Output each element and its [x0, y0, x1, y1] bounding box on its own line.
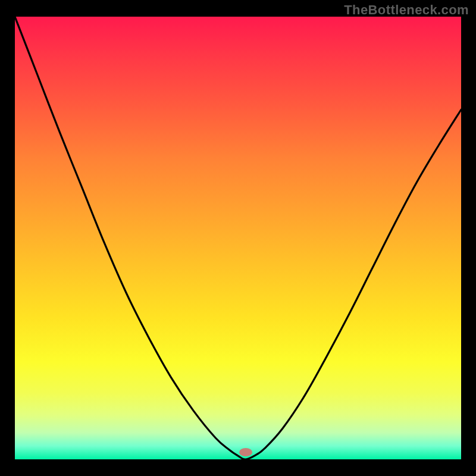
plot-area: [15, 17, 461, 459]
optimal-point-marker: [239, 448, 252, 456]
chart-frame: TheBottleneck.com: [0, 0, 476, 476]
curve-svg: [15, 17, 461, 459]
watermark-text: TheBottleneck.com: [344, 2, 469, 18]
bottleneck-curve: [15, 17, 461, 459]
